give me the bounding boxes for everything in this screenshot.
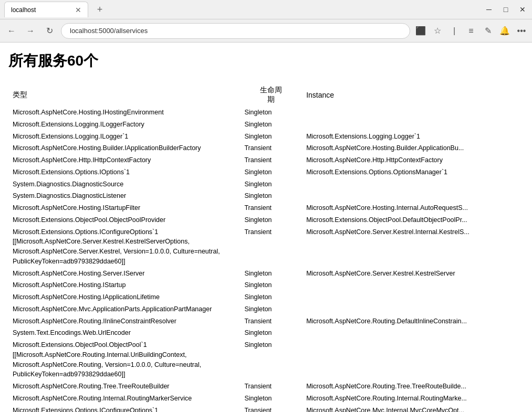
instance-cell: [302, 107, 524, 119]
window-controls: ─ □ ✕: [484, 4, 528, 15]
page-title: 所有服务60个: [8, 51, 524, 71]
table-row: Microsoft.AspNetCore.Mvc.ApplicationPart…: [8, 303, 524, 315]
instance-cell: Microsoft.AspNetCore.Http.HttpContextFac…: [302, 154, 524, 166]
table-row: Microsoft.AspNetCore.Routing.Tree.TreeRo…: [8, 381, 524, 393]
type-cell: Microsoft.Extensions.Options.IConfigureO…: [8, 226, 240, 268]
lifetime-header-text: 生命周期: [260, 86, 282, 103]
toolbar-icons: ⬛ ☆ | ≡ ✎ 🔔 •••: [414, 25, 528, 37]
type-cell: Microsoft.AspNetCore.Hosting.IStartup: [8, 279, 240, 291]
lifetime-cell: Singleton: [240, 268, 302, 280]
table-row: Microsoft.AspNetCore.Hosting.IStartupFil…: [8, 202, 524, 214]
table-row: Microsoft.AspNetCore.Routing.Internal.Ro…: [8, 393, 524, 405]
instance-cell: Microsoft.AspNetCore.Hosting.Builder.App…: [302, 142, 524, 154]
close-button[interactable]: ✕: [517, 4, 528, 15]
instance-cell: Microsoft.AspNetCore.Routing.Tree.TreeRo…: [302, 381, 524, 393]
col-lifetime-header: 生命周期: [240, 83, 302, 107]
table-row: Microsoft.AspNetCore.Http.IHttpContextFa…: [8, 154, 524, 166]
instance-cell: [302, 190, 524, 202]
table-row: Microsoft.Extensions.Logging.ILogger`1Si…: [8, 131, 524, 143]
lifetime-cell: Singleton: [240, 107, 302, 119]
col-instance-header: Instance: [302, 83, 524, 107]
table-row: System.Diagnostics.DiagnosticSourceSingl…: [8, 178, 524, 191]
lifetime-cell: Singleton: [240, 214, 302, 226]
col-type-header: 类型: [8, 83, 240, 107]
instance-cell: Microsoft.AspNetCore.Mvc.Internal.MvcCor…: [302, 405, 524, 413]
active-tab[interactable]: localhost ✕: [4, 2, 88, 17]
instance-cell: [302, 119, 524, 131]
lifetime-cell: Singleton: [240, 166, 302, 178]
url-input[interactable]: localhost:5000/allservices: [61, 23, 410, 39]
lifetime-cell: Transient: [240, 142, 302, 154]
table-row: System.Text.Encodings.Web.UrlEncoderSing…: [8, 327, 524, 339]
restore-button[interactable]: □: [500, 4, 511, 15]
reader-view-icon[interactable]: ⬛: [414, 25, 427, 37]
lifetime-cell: Transient: [240, 381, 302, 393]
table-row: Microsoft.Extensions.ObjectPool.ObjectPo…: [8, 214, 524, 226]
type-cell: Microsoft.AspNetCore.Routing.Internal.Ro…: [8, 393, 240, 405]
separator: |: [448, 25, 461, 37]
lifetime-cell: Singleton: [240, 178, 302, 191]
instance-cell: Microsoft.AspNetCore.Hosting.Internal.Au…: [302, 202, 524, 214]
type-cell: System.Text.Encodings.Web.UrlEncoder: [8, 327, 240, 339]
instance-cell: [302, 178, 524, 191]
table-row: Microsoft.AspNetCore.Hosting.IHostingEnv…: [8, 107, 524, 119]
menu-icon[interactable]: ≡: [465, 25, 477, 37]
lifetime-cell: Singleton: [240, 303, 302, 315]
lifetime-cell: Transient: [240, 405, 302, 413]
tools-icon[interactable]: ✎: [482, 25, 494, 37]
address-bar: ← → ↻ localhost:5000/allservices ⬛ ☆ | ≡…: [0, 19, 532, 43]
table-row: Microsoft.Extensions.Options.IConfigureO…: [8, 226, 524, 268]
type-cell: Microsoft.AspNetCore.Hosting.Builder.IAp…: [8, 142, 240, 154]
instance-cell: Microsoft.Extensions.Options.OptionsMana…: [302, 166, 524, 178]
table-row: Microsoft.AspNetCore.Hosting.Builder.IAp…: [8, 142, 524, 154]
type-cell: Microsoft.Extensions.Options.IOptions`1: [8, 166, 240, 178]
lifetime-cell: Transient: [240, 202, 302, 214]
table-row: Microsoft.AspNetCore.Hosting.IApplicatio…: [8, 291, 524, 303]
type-cell: Microsoft.AspNetCore.Hosting.Server.ISer…: [8, 268, 240, 280]
lifetime-cell: Transient: [240, 315, 302, 328]
services-table: 类型 生命周期 Instance Microsoft.AspNetCore.Ho…: [8, 83, 524, 412]
table-row: Microsoft.Extensions.Options.IConfigureO…: [8, 405, 524, 413]
table-row: Microsoft.Extensions.Options.IOptions`1S…: [8, 166, 524, 178]
instance-cell: Microsoft.AspNetCore.Server.Kestrel.Inte…: [302, 226, 524, 268]
minimize-button[interactable]: ─: [484, 4, 494, 15]
url-text: localhost:5000/allservices: [70, 27, 148, 35]
type-cell: System.Diagnostics.DiagnosticListener: [8, 190, 240, 202]
profile-icon[interactable]: 🔔: [498, 25, 511, 37]
type-cell: Microsoft.AspNetCore.Routing.Tree.TreeRo…: [8, 381, 240, 393]
type-cell: Microsoft.AspNetCore.Hosting.IStartupFil…: [8, 202, 240, 214]
type-cell: Microsoft.AspNetCore.Mvc.ApplicationPart…: [8, 303, 240, 315]
lifetime-cell: Singleton: [240, 190, 302, 202]
page-content: 所有服务60个 类型 生命周期 Instance Microsoft.AspNe…: [0, 43, 532, 412]
instance-cell: Microsoft.AspNetCore.Routing.DefaultInli…: [302, 315, 524, 328]
lifetime-cell: Singleton: [240, 327, 302, 339]
more-icon[interactable]: •••: [515, 25, 528, 37]
instance-cell: [302, 291, 524, 303]
bookmark-icon[interactable]: ☆: [431, 25, 444, 37]
instance-cell: Microsoft.Extensions.Logging.Logger`1: [302, 131, 524, 143]
type-cell: System.Diagnostics.DiagnosticSource: [8, 178, 240, 191]
back-button[interactable]: ←: [4, 24, 19, 38]
table-row: Microsoft.Extensions.Logging.ILoggerFact…: [8, 119, 524, 131]
lifetime-cell: Transient: [240, 154, 302, 166]
refresh-button[interactable]: ↻: [42, 24, 57, 38]
instance-cell: [302, 339, 524, 381]
table-row: Microsoft.AspNetCore.Hosting.IStartupSin…: [8, 279, 524, 291]
lifetime-cell: Singleton: [240, 131, 302, 143]
type-cell: Microsoft.Extensions.Logging.ILoggerFact…: [8, 119, 240, 131]
forward-button[interactable]: →: [23, 24, 38, 38]
instance-cell: Microsoft.Extensions.ObjectPool.DefaultO…: [302, 214, 524, 226]
new-tab-button[interactable]: +: [92, 2, 107, 17]
type-cell: Microsoft.Extensions.ObjectPool.ObjectPo…: [8, 214, 240, 226]
browser-chrome: localhost ✕ + ─ □ ✕: [0, 0, 532, 19]
lifetime-cell: Transient: [240, 226, 302, 268]
lifetime-cell: Singleton: [240, 291, 302, 303]
lifetime-cell: Singleton: [240, 339, 302, 381]
table-header-row: 类型 生命周期 Instance: [8, 83, 524, 107]
table-row: Microsoft.AspNetCore.Routing.IInlineCons…: [8, 315, 524, 328]
table-row: System.Diagnostics.DiagnosticListenerSin…: [8, 190, 524, 202]
tab-close-button[interactable]: ✕: [75, 6, 81, 14]
type-cell: Microsoft.Extensions.Options.IConfigureO…: [8, 405, 240, 413]
instance-cell: Microsoft.AspNetCore.Routing.Internal.Ro…: [302, 393, 524, 405]
table-row: Microsoft.AspNetCore.Hosting.Server.ISer…: [8, 268, 524, 280]
